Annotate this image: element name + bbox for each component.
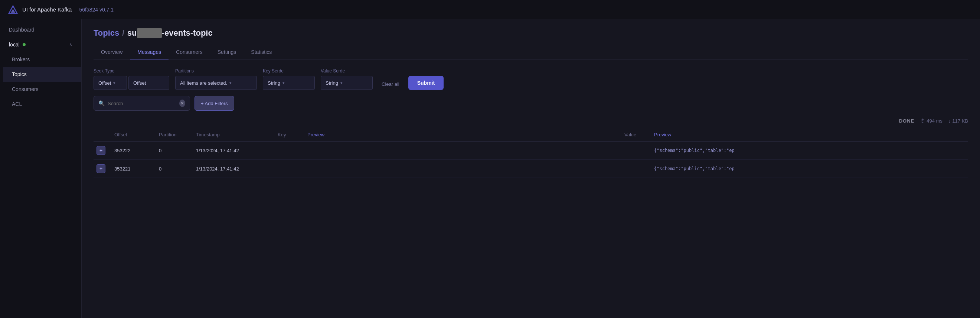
seek-type-label: Seek Type: [94, 68, 169, 74]
topbar: UI for Apache Kafka 56fa824 v0.7.1: [0, 0, 980, 19]
sidebar-item-consumers[interactable]: Consumers: [3, 82, 81, 97]
th-key: Key: [275, 132, 304, 137]
seek-type-chevron-icon: ▾: [113, 81, 115, 85]
td-offset-2: 353221: [111, 166, 156, 172]
key-serde-label: Key Serde: [263, 68, 315, 74]
search-row: 🔍 ✕ + Add Filters: [94, 96, 968, 111]
seek-type-select[interactable]: Offset ▾: [94, 76, 127, 90]
th-expand: [94, 132, 111, 137]
th-value-preview: Preview: [651, 132, 968, 137]
sidebar-item-dashboard[interactable]: Dashboard: [0, 22, 81, 37]
th-partition: Partition: [156, 132, 193, 137]
status-size: ↓ 117 KB: [948, 118, 968, 124]
status-done-label: DONE: [899, 118, 915, 124]
partitions-group: Partitions All items are selected. ▾: [175, 68, 257, 90]
partitions-select[interactable]: All items are selected. ▾: [175, 76, 257, 90]
messages-table: Offset Partition Timestamp Key Preview V…: [94, 128, 968, 178]
tab-settings[interactable]: Settings: [210, 45, 244, 59]
breadcrumb: Topics / su -events-topic: [94, 28, 968, 38]
sidebar-item-acl[interactable]: ACL: [3, 97, 81, 112]
key-serde-group: Key Serde String ▾: [263, 68, 315, 90]
main-content: Topics / su -events-topic Overview Messa…: [82, 19, 980, 318]
clock-icon: ⏱: [920, 118, 925, 124]
breadcrumb-topics-link[interactable]: Topics: [94, 28, 119, 38]
seek-type-controls: Offset ▾ Offset: [94, 76, 169, 90]
sidebar-sub-items: Brokers Topics Consumers ACL: [0, 52, 81, 112]
value-serde-chevron-icon: ▾: [340, 81, 343, 85]
topic-name-suffix: -events-topic: [162, 28, 213, 38]
td-value-preview-1: {"schema":"public","table":"ep: [651, 148, 968, 153]
sidebar-cluster[interactable]: local ∧: [0, 37, 81, 52]
td-expand-2: +: [94, 164, 111, 173]
breadcrumb-separator: /: [122, 29, 124, 38]
td-expand-1: +: [94, 146, 111, 155]
table-row: + 353221 0 1/13/2024, 17:41:42 {"schema"…: [94, 160, 968, 178]
topic-tabs: Overview Messages Consumers Settings Sta…: [94, 45, 968, 59]
table-row: + 353222 0 1/13/2024, 17:41:42 {"schema"…: [94, 142, 968, 160]
seek-type-group: Seek Type Offset ▾ Offset: [94, 68, 169, 90]
row-expand-button[interactable]: +: [97, 164, 105, 173]
app-name: UI for Apache Kafka: [22, 6, 72, 13]
search-icon: 🔍: [99, 100, 105, 106]
app-logo: UI for Apache Kafka: [8, 4, 72, 15]
main-layout: Dashboard local ∧ Brokers Topics Consume…: [0, 19, 980, 318]
topic-name-prefix: su: [127, 28, 137, 38]
td-offset-1: 353222: [111, 148, 156, 153]
search-input[interactable]: [108, 101, 176, 106]
partitions-chevron-icon: ▾: [229, 81, 232, 85]
key-serde-chevron-icon: ▾: [283, 81, 285, 85]
status-time: ⏱ 494 ms: [920, 118, 942, 124]
key-serde-select[interactable]: String ▾: [263, 76, 315, 90]
cluster-chevron-icon: ∧: [69, 42, 72, 47]
download-icon: ↓: [948, 118, 951, 124]
cluster-status-dot: [23, 43, 25, 46]
clear-all-button[interactable]: Clear all: [379, 78, 402, 90]
sidebar: Dashboard local ∧ Brokers Topics Consume…: [0, 19, 82, 318]
status-bar: DONE ⏱ 494 ms ↓ 117 KB: [94, 118, 968, 124]
offset-value-input[interactable]: Offset: [129, 76, 169, 90]
table-header: Offset Partition Timestamp Key Preview V…: [94, 128, 968, 142]
td-partition-1: 0: [156, 148, 193, 153]
td-timestamp-2: 1/13/2024, 17:41:42: [193, 166, 275, 172]
sidebar-item-topics[interactable]: Topics: [3, 67, 81, 82]
app-version: 56fa824 v0.7.1: [79, 7, 114, 13]
th-value: Value: [621, 132, 651, 137]
tab-overview[interactable]: Overview: [94, 45, 130, 59]
partitions-label: Partitions: [175, 68, 257, 74]
td-partition-2: 0: [156, 166, 193, 172]
row-expand-button[interactable]: +: [97, 146, 105, 155]
th-offset: Offset: [111, 132, 156, 137]
td-value-preview-2: {"schema":"public","table":"ep: [651, 166, 968, 171]
add-filters-button[interactable]: + Add Filters: [194, 96, 234, 111]
value-serde-group: Value Serde String ▾: [321, 68, 373, 90]
breadcrumb-current-topic: su -events-topic: [127, 28, 213, 38]
tab-consumers[interactable]: Consumers: [169, 45, 210, 59]
tab-messages[interactable]: Messages: [130, 45, 169, 59]
submit-button[interactable]: Submit: [408, 76, 444, 90]
cluster-name: local: [9, 42, 20, 48]
topic-name-blurred: [137, 28, 162, 38]
th-key-preview: Preview: [304, 132, 621, 137]
value-serde-select[interactable]: String ▾: [321, 76, 373, 90]
search-clear-button[interactable]: ✕: [179, 99, 185, 107]
kafka-logo-icon: [8, 4, 19, 15]
value-serde-label: Value Serde: [321, 68, 373, 74]
search-box: 🔍 ✕: [94, 96, 190, 111]
td-timestamp-1: 1/13/2024, 17:41:42: [193, 148, 275, 153]
filter-row: Seek Type Offset ▾ Offset Partitions All…: [94, 68, 968, 90]
th-timestamp: Timestamp: [193, 132, 275, 137]
tab-statistics[interactable]: Statistics: [243, 45, 279, 59]
sidebar-item-brokers[interactable]: Brokers: [3, 52, 81, 67]
